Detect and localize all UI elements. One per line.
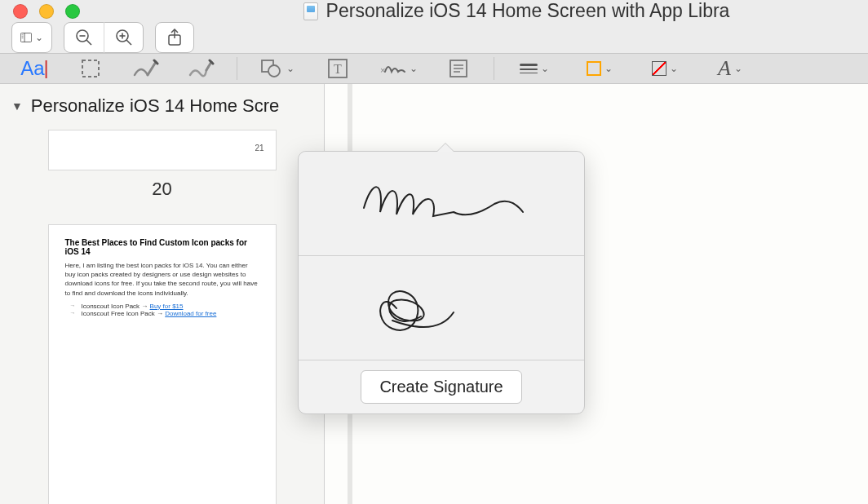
fill-color-swatch xyxy=(652,61,666,76)
note-button[interactable] xyxy=(438,54,479,83)
chevron-down-icon: ⌄ xyxy=(541,63,549,74)
thumbnails-list: 21 20 The Best Places to Find Custom Ico… xyxy=(0,122,324,504)
draw-tool-button[interactable] xyxy=(181,54,222,83)
svg-rect-14 xyxy=(82,60,99,77)
zoom-out-icon xyxy=(75,29,93,46)
page-thumbnail[interactable]: The Best Places to Find Custom Icon pack… xyxy=(48,224,277,504)
chevron-down-icon: ⌄ xyxy=(286,63,294,74)
sketch-tool-button[interactable] xyxy=(126,54,166,83)
window-title-text: Personalize iOS 14 Home Screen with App … xyxy=(326,0,730,22)
current-page-label: 20 xyxy=(33,179,291,200)
signature-option-1[interactable] xyxy=(299,152,584,256)
fullscreen-window-button[interactable] xyxy=(65,4,80,19)
chevron-down-icon: ⌄ xyxy=(670,63,678,74)
share-button[interactable] xyxy=(155,22,194,53)
thumb-link: Buy for $15 xyxy=(150,303,184,310)
minimize-window-button[interactable] xyxy=(39,4,54,19)
zoom-group xyxy=(64,22,144,53)
sidebar-doc-title: Personalize iOS 14 Home Scre xyxy=(31,95,279,117)
thumb-link: Download for free xyxy=(165,310,216,317)
create-signature-button[interactable]: Create Signature xyxy=(361,370,521,404)
share-icon xyxy=(167,29,182,46)
main-toolbar: ⌄ xyxy=(0,22,868,53)
chevron-down-icon: ⌄ xyxy=(410,63,418,74)
toolbar-divider xyxy=(494,57,494,80)
sidebar-panel-icon xyxy=(20,30,32,45)
stroke-color-button[interactable]: ⌄ xyxy=(574,54,625,83)
svg-text:×: × xyxy=(380,65,385,75)
chevron-down-icon: ⌄ xyxy=(734,63,742,74)
svg-text:T: T xyxy=(334,62,342,76)
sidebar-doc-title-row[interactable]: ▼ Personalize iOS 14 Home Scre xyxy=(0,91,324,122)
text-style-button[interactable]: Aa| xyxy=(15,54,55,83)
note-icon xyxy=(449,59,468,78)
toggle-sidebar-button[interactable]: ⌄ xyxy=(12,22,51,53)
titlebar: Personalize iOS 14 Home Screen with App … xyxy=(0,0,868,22)
chevron-down-icon: ⌄ xyxy=(35,32,43,43)
thumb-list-item: Iconscout Icon Pack → Buy for $15 xyxy=(75,303,259,310)
toolbar-divider xyxy=(237,57,237,80)
font-style-button[interactable]: A ⌄ xyxy=(705,54,755,83)
line-weight-button[interactable]: ⌄ xyxy=(509,54,560,83)
chevron-down-icon: ⌄ xyxy=(604,63,613,74)
close-window-button[interactable] xyxy=(13,4,28,19)
thumb-heading: The Best Places to Find Custom Icon pack… xyxy=(65,238,259,256)
signature-button[interactable]: × ⌄ xyxy=(373,54,423,83)
document-icon xyxy=(303,2,318,20)
sidebar-toggle-group: ⌄ xyxy=(11,22,52,53)
text-box-button[interactable]: T xyxy=(317,54,358,83)
draw-icon xyxy=(188,59,215,78)
selection-tool-button[interactable] xyxy=(70,54,111,83)
disclosure-triangle-icon: ▼ xyxy=(11,99,23,113)
signature-option-2[interactable] xyxy=(299,256,584,360)
thumb-blurb: Here, I am listing the best icon packs f… xyxy=(65,261,259,298)
thumbnails-sidebar: ▼ Personalize iOS 14 Home Scre 21 20 The… xyxy=(0,84,325,504)
selection-icon xyxy=(80,58,101,79)
svg-point-16 xyxy=(268,65,280,77)
shapes-button[interactable]: ⌄ xyxy=(252,54,303,83)
shapes-icon xyxy=(260,59,283,78)
text-box-icon: T xyxy=(327,58,348,79)
line-weight-icon xyxy=(520,64,538,73)
window-title: Personalize iOS 14 Home Screen with App … xyxy=(80,0,855,22)
page-thumbnail[interactable]: 21 xyxy=(48,130,277,170)
zoom-out-button[interactable] xyxy=(64,22,104,53)
popover-footer: Create Signature xyxy=(299,360,584,413)
traffic-lights xyxy=(13,4,80,19)
stroke-color-swatch xyxy=(587,61,601,76)
sketch-icon xyxy=(133,59,159,78)
thumbnail-page-number: 21 xyxy=(255,144,264,153)
svg-rect-0 xyxy=(20,33,31,42)
svg-line-6 xyxy=(86,40,91,45)
signature-preview-2 xyxy=(348,272,535,345)
thumb-list-item: Iconscout Free Icon Pack → Download for … xyxy=(75,310,259,317)
font-icon: A xyxy=(718,56,731,81)
signature-popover: Create Signature xyxy=(298,151,585,414)
svg-line-9 xyxy=(126,40,131,45)
signature-preview-1 xyxy=(348,167,535,241)
markup-toolbar: Aa| ⌄ T × ⌄ ⌄ ⌄ xyxy=(0,53,868,84)
zoom-in-button[interactable] xyxy=(104,22,143,53)
zoom-in-icon xyxy=(115,29,133,46)
signature-icon: × xyxy=(379,59,406,78)
fill-color-button[interactable]: ⌄ xyxy=(640,54,690,83)
